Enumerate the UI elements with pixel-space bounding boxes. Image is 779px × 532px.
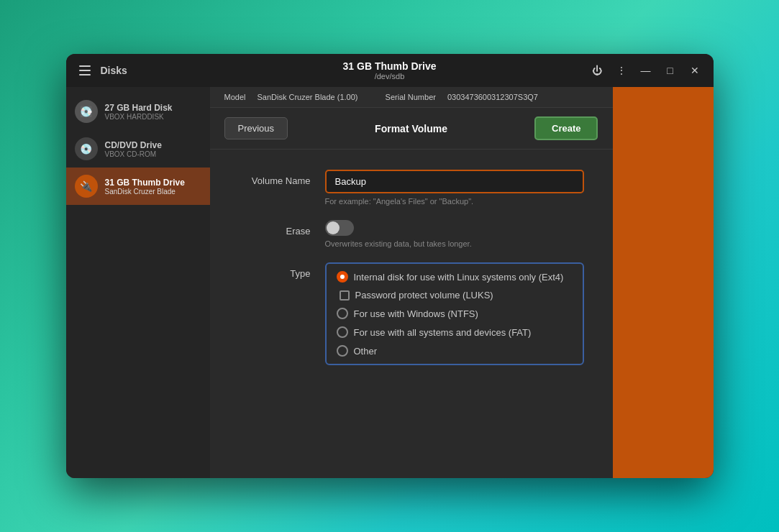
sidebar-item-usb[interactable]: 🔌 31 GB Thumb Drive SanDisk Cruzer Blade xyxy=(66,168,210,205)
titlebar: Disks 31 GB Thumb Drive /dev/sdb ⏻ ⋮ — □… xyxy=(66,54,714,87)
erase-toggle[interactable] xyxy=(325,220,354,236)
radio-ntfs[interactable]: For use with Windows (NTFS) xyxy=(337,308,573,319)
usb-sub: SanDisk Cruzer Blade xyxy=(105,188,185,196)
titlebar-right: ⏻ ⋮ — □ ✕ xyxy=(587,60,705,81)
hdd-icon: 💽 xyxy=(75,100,98,123)
sidebar-item-dvd[interactable]: 💿 CD/DVD Drive VBOX CD-ROM xyxy=(66,130,210,168)
window-body: 💽 27 GB Hard Disk VBOX HARDDISK 💿 CD/DVD… xyxy=(66,87,714,478)
hdd-name: 27 GB Hard Disk xyxy=(105,103,173,113)
app-name: Disks xyxy=(101,65,127,76)
erase-toggle-knob xyxy=(327,221,340,234)
erase-toggle-row xyxy=(325,220,584,236)
radio-other[interactable]: Other xyxy=(337,345,573,357)
power-button[interactable]: ⏻ xyxy=(587,60,607,81)
radio-other-label: Other xyxy=(354,346,378,357)
menu-icon[interactable] xyxy=(75,60,95,81)
close-button[interactable]: ✕ xyxy=(685,60,705,81)
radio-fat-label: For use with all systems and devices (FA… xyxy=(354,327,532,338)
usb-icon: 🔌 xyxy=(75,175,98,198)
main-content: Model SanDisk Cruzer Blade (1.00) Serial… xyxy=(210,87,613,478)
type-field: Internal disk for use with Linux systems… xyxy=(325,262,584,365)
erase-field: Overwrites existing data, but takes long… xyxy=(325,220,584,248)
volume-name-input[interactable] xyxy=(325,170,584,193)
type-row: Type Internal disk for use with Linux sy… xyxy=(239,262,584,365)
radio-ext4-circle xyxy=(337,271,348,283)
checkbox-luks[interactable]: Password protect volume (LUKS) xyxy=(337,290,573,301)
radio-ntfs-circle xyxy=(337,308,348,319)
radio-fat-circle xyxy=(337,326,348,338)
volume-name-hint: For example: "Angela's Files" or "Backup… xyxy=(325,197,584,206)
erase-row: Erase Overwrites existing data, but take… xyxy=(239,220,584,248)
type-label: Type xyxy=(239,262,325,279)
window-subtitle: /dev/sdb xyxy=(343,72,437,81)
format-dialog: Previous Format Volume Create Volume Nam… xyxy=(210,108,613,478)
titlebar-left: Disks xyxy=(75,60,127,81)
maximize-button[interactable]: □ xyxy=(660,60,680,81)
dialog-toolbar: Previous Format Volume Create xyxy=(210,108,613,150)
serial-value: 0303473600312307S3Q7 xyxy=(447,93,538,101)
sidebar-item-hdd[interactable]: 💽 27 GB Hard Disk VBOX HARDDISK xyxy=(66,93,210,130)
right-panel-accent xyxy=(613,87,714,478)
more-options-button[interactable]: ⋮ xyxy=(611,60,632,81)
model-value: SanDisk Cruzer Blade (1.00) xyxy=(257,93,357,101)
sidebar-item-hdd-info: 27 GB Hard Disk VBOX HARDDISK xyxy=(105,103,173,121)
volume-name-field: For example: "Angela's Files" or "Backup… xyxy=(325,170,584,206)
erase-label: Erase xyxy=(239,220,325,237)
serial-label: Serial Number xyxy=(386,93,436,101)
sidebar-item-dvd-info: CD/DVD Drive VBOX CD-ROM xyxy=(105,140,162,158)
sidebar-item-usb-info: 31 GB Thumb Drive SanDisk Cruzer Blade xyxy=(105,178,185,196)
hdd-sub: VBOX HARDDISK xyxy=(105,113,173,121)
previous-button[interactable]: Previous xyxy=(224,117,288,139)
type-options-box: Internal disk for use with Linux systems… xyxy=(325,262,584,365)
sidebar: 💽 27 GB Hard Disk VBOX HARDDISK 💿 CD/DVD… xyxy=(66,87,210,478)
info-bar: Model SanDisk Cruzer Blade (1.00) Serial… xyxy=(210,87,613,108)
window-title: 31 GB Thumb Drive xyxy=(343,60,437,72)
dialog-title: Format Volume xyxy=(375,123,447,134)
usb-name: 31 GB Thumb Drive xyxy=(105,178,185,188)
volume-name-row: Volume Name For example: "Angela's Files… xyxy=(239,170,584,206)
radio-fat[interactable]: For use with all systems and devices (FA… xyxy=(337,326,573,338)
radio-ntfs-label: For use with Windows (NTFS) xyxy=(354,308,478,319)
checkbox-luks-label: Password protect volume (LUKS) xyxy=(355,290,493,301)
create-button[interactable]: Create xyxy=(534,116,598,140)
radio-other-circle xyxy=(337,345,348,357)
main-window: Disks 31 GB Thumb Drive /dev/sdb ⏻ ⋮ — □… xyxy=(66,54,714,478)
radio-ext4[interactable]: Internal disk for use with Linux systems… xyxy=(337,271,573,283)
dvd-name: CD/DVD Drive xyxy=(105,140,162,150)
volume-name-label: Volume Name xyxy=(239,170,325,186)
titlebar-center: 31 GB Thumb Drive /dev/sdb xyxy=(343,60,437,81)
minimize-button[interactable]: — xyxy=(636,60,656,81)
radio-ext4-label: Internal disk for use with Linux systems… xyxy=(354,272,564,283)
erase-hint: Overwrites existing data, but takes long… xyxy=(325,239,584,248)
dvd-sub: VBOX CD-ROM xyxy=(105,150,162,158)
dvd-icon: 💿 xyxy=(75,137,98,160)
checkbox-luks-box xyxy=(340,290,350,301)
model-label: Model xyxy=(224,93,246,101)
dialog-body: Volume Name For example: "Angela's Files… xyxy=(210,150,613,478)
